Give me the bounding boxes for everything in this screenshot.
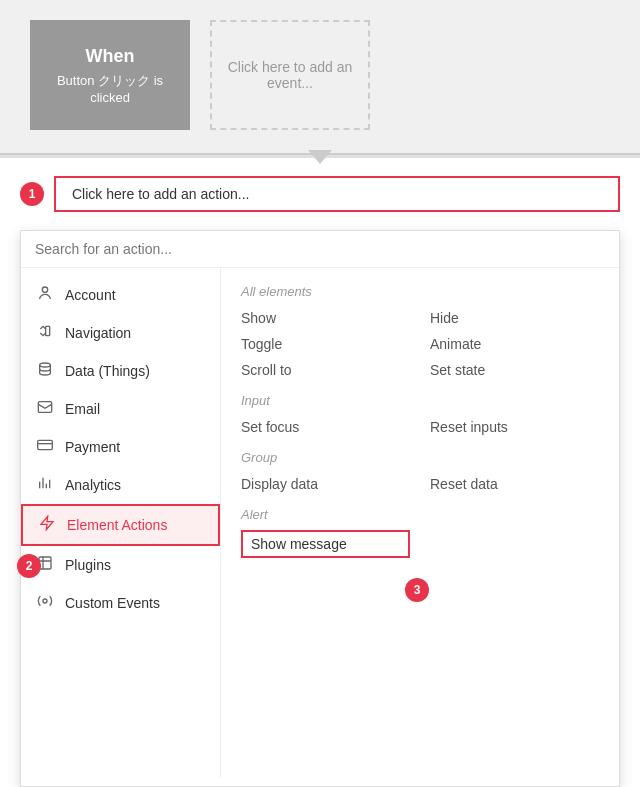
custom-events-icon	[35, 593, 55, 613]
svg-point-2	[40, 363, 51, 367]
action-reset-data[interactable]: Reset data	[430, 473, 599, 495]
account-label: Account	[65, 287, 116, 303]
action-content: All elements Show Hide Toggle Animate Sc…	[221, 268, 619, 778]
top-section: When Button クリック is clicked Click here t…	[0, 0, 640, 150]
svg-rect-3	[38, 402, 51, 413]
section-input: Input	[241, 393, 599, 408]
action-hide[interactable]: Hide	[430, 307, 599, 329]
sidebar-item-account[interactable]: Account	[21, 276, 220, 314]
email-label: Email	[65, 401, 100, 417]
sidebar-item-data[interactable]: Data (Things)	[21, 352, 220, 390]
arrow-down-icon	[308, 150, 332, 164]
email-icon	[35, 399, 55, 419]
action-toggle[interactable]: Toggle	[241, 333, 410, 355]
account-icon	[35, 285, 55, 305]
sidebar-item-email[interactable]: Email	[21, 390, 220, 428]
navigation-icon	[35, 323, 55, 343]
sidebar-item-custom-events[interactable]: Custom Events	[21, 584, 220, 622]
action-show-message[interactable]: Show message	[241, 530, 410, 558]
search-input[interactable]	[35, 241, 605, 257]
action-dropdown: Account Navigation Data (Things)	[20, 230, 620, 787]
sidebar-item-navigation[interactable]: Navigation	[21, 314, 220, 352]
badge-3: 3	[405, 578, 429, 602]
svg-point-0	[42, 287, 47, 292]
data-label: Data (Things)	[65, 363, 150, 379]
custom-events-label: Custom Events	[65, 595, 160, 611]
data-icon	[35, 361, 55, 381]
section-all-elements: All elements	[241, 284, 599, 299]
event-placeholder-box[interactable]: Click here to add an event...	[210, 20, 370, 130]
payment-icon	[35, 437, 55, 457]
analytics-label: Analytics	[65, 477, 121, 493]
bottom-panel: 1 Click here to add an action... Account	[0, 155, 640, 787]
svg-marker-10	[41, 516, 53, 529]
payment-label: Payment	[65, 439, 120, 455]
action-display-data[interactable]: Display data	[241, 473, 410, 495]
alert-grid: Show message	[241, 530, 599, 558]
action-scroll-to[interactable]: Scroll to	[241, 359, 410, 381]
sidebar-item-payment[interactable]: Payment	[21, 428, 220, 466]
badge-1: 1	[20, 182, 44, 206]
navigation-label: Navigation	[65, 325, 131, 341]
svg-rect-1	[46, 326, 50, 335]
dropdown-body: Account Navigation Data (Things)	[21, 268, 619, 778]
svg-rect-4	[38, 440, 53, 449]
search-bar	[21, 231, 619, 268]
action-set-focus[interactable]: Set focus	[241, 416, 410, 438]
section-alert: Alert	[241, 507, 599, 522]
when-subtitle: Button クリック is clicked	[45, 72, 175, 105]
add-action-button[interactable]: Click here to add an action...	[54, 176, 620, 212]
svg-point-11	[43, 599, 47, 603]
plugins-label: Plugins	[65, 557, 111, 573]
section-group: Group	[241, 450, 599, 465]
action-show[interactable]: Show	[241, 307, 410, 329]
action-bar: 1 Click here to add an action...	[0, 158, 640, 230]
when-box: When Button クリック is clicked	[30, 20, 190, 130]
all-elements-grid: Show Hide Toggle Animate Scroll to Set s…	[241, 307, 599, 381]
action-animate[interactable]: Animate	[430, 333, 599, 355]
sidebar-item-element-actions[interactable]: Element Actions	[21, 504, 220, 546]
when-title: When	[86, 46, 135, 67]
action-set-state[interactable]: Set state	[430, 359, 599, 381]
sidebar-menu: Account Navigation Data (Things)	[21, 268, 221, 778]
event-placeholder-text: Click here to add an event...	[227, 59, 353, 91]
action-reset-inputs[interactable]: Reset inputs	[430, 416, 599, 438]
sidebar-item-analytics[interactable]: Analytics	[21, 466, 220, 504]
analytics-icon	[35, 475, 55, 495]
element-actions-label: Element Actions	[67, 517, 167, 533]
input-grid: Set focus Reset inputs	[241, 416, 599, 438]
group-grid: Display data Reset data	[241, 473, 599, 495]
sidebar-item-plugins[interactable]: Plugins	[21, 546, 220, 584]
element-actions-icon	[37, 515, 57, 535]
badge-2: 2	[17, 554, 41, 578]
